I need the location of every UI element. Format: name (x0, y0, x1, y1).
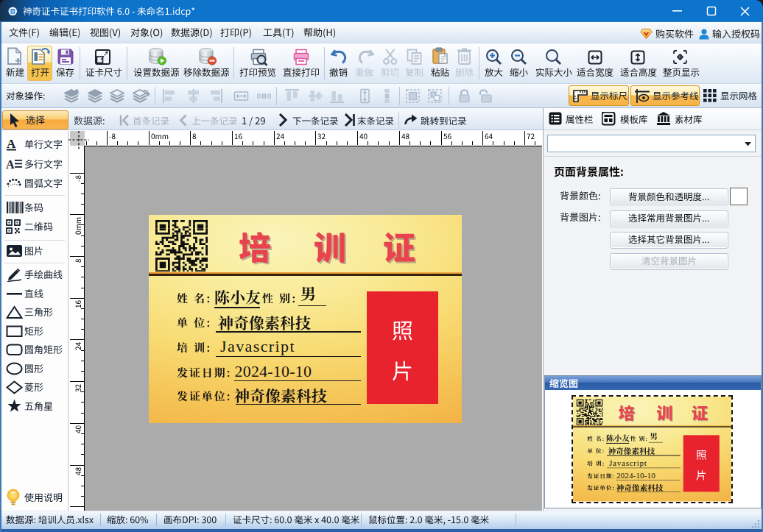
svg-text:A: A (7, 138, 16, 151)
svg-text:A: A (6, 158, 15, 171)
